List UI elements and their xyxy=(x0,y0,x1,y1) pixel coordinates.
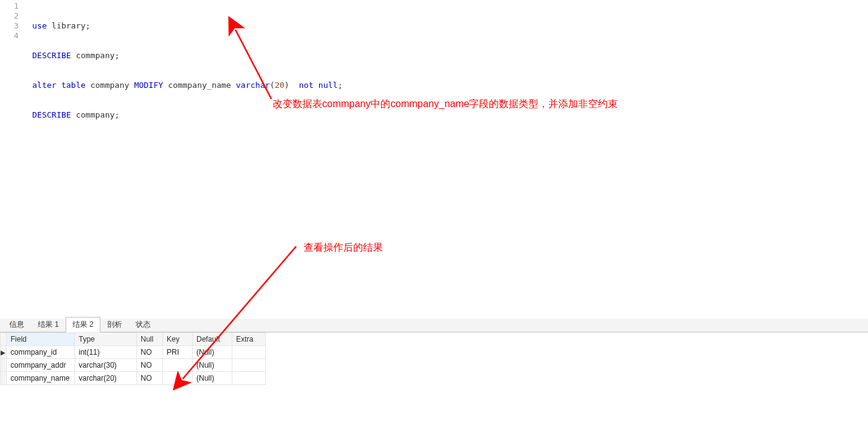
table-row[interactable]: commpany_name varchar(20) NO (Null) xyxy=(1,372,266,385)
cell-field[interactable]: commpany_id xyxy=(7,346,75,359)
tab-result-2[interactable]: 结果 2 xyxy=(66,317,100,332)
table-header-row: Field Type Null Key Default Extra xyxy=(1,333,266,346)
cell-field[interactable]: commpany_name xyxy=(7,372,75,385)
cell-default[interactable]: (Null) xyxy=(193,372,232,385)
result-grid[interactable]: Field Type Null Key Default Extra ▶ comm… xyxy=(0,332,266,385)
cell-field[interactable]: commpany_addr xyxy=(7,359,75,372)
cell-extra[interactable] xyxy=(232,359,266,372)
col-header-extra[interactable]: Extra xyxy=(232,333,266,346)
cell-key[interactable] xyxy=(163,359,193,372)
tab-status[interactable]: 状态 xyxy=(129,317,157,332)
table-row[interactable]: ▶ commpany_id int(11) NO PRI (Null) xyxy=(1,346,266,359)
annotation-text-1: 改变数据表commpany中的commpany_name字段的数据类型，并添加非… xyxy=(273,98,618,111)
cell-type[interactable]: int(11) xyxy=(75,346,137,359)
sql-editor[interactable]: 1 2 3 4 use library; DESCRIBE commpany; … xyxy=(0,0,868,319)
col-header-key[interactable]: Key xyxy=(163,333,193,346)
code-line-4[interactable]: DESCRIBE commpany; xyxy=(32,110,343,120)
cell-default[interactable]: (Null) xyxy=(193,346,232,359)
col-header-null[interactable]: Null xyxy=(137,333,163,346)
cell-extra[interactable] xyxy=(232,372,266,385)
row-handle-header xyxy=(1,333,7,346)
col-header-field[interactable]: Field xyxy=(7,333,75,346)
cell-key[interactable]: PRI xyxy=(163,346,193,359)
code-content[interactable]: use library; DESCRIBE commpany; alter ta… xyxy=(32,1,343,140)
code-line-2[interactable]: DESCRIBE commpany; xyxy=(32,51,343,61)
cell-null[interactable]: NO xyxy=(137,372,163,385)
cell-default[interactable]: (Null) xyxy=(193,359,232,372)
tab-profile[interactable]: 剖析 xyxy=(100,317,129,332)
code-line-3[interactable]: alter table commpany MODIFY commpany_nam… xyxy=(32,80,343,90)
tab-result-1[interactable]: 结果 1 xyxy=(31,317,66,332)
row-marker: ▶ xyxy=(1,346,7,359)
cell-extra[interactable] xyxy=(232,346,266,359)
tab-info[interactable]: 信息 xyxy=(2,317,31,332)
cell-type[interactable]: varchar(20) xyxy=(75,372,137,385)
row-marker xyxy=(1,359,7,372)
col-header-type[interactable]: Type xyxy=(75,333,137,346)
table-row[interactable]: commpany_addr varchar(30) NO (Null) xyxy=(1,359,266,372)
line-gutter: 1 2 3 4 xyxy=(0,1,25,41)
annotation-text-2: 查看操作后的结果 xyxy=(304,241,383,254)
col-header-default[interactable]: Default xyxy=(193,333,232,346)
code-line-1[interactable]: use library; xyxy=(32,21,343,31)
cell-null[interactable]: NO xyxy=(137,346,163,359)
row-marker xyxy=(1,372,7,385)
cell-key[interactable] xyxy=(163,372,193,385)
cell-type[interactable]: varchar(30) xyxy=(75,359,137,372)
result-tabs: 信息 结果 1 结果 2 剖析 状态 xyxy=(0,319,868,332)
cell-null[interactable]: NO xyxy=(137,359,163,372)
